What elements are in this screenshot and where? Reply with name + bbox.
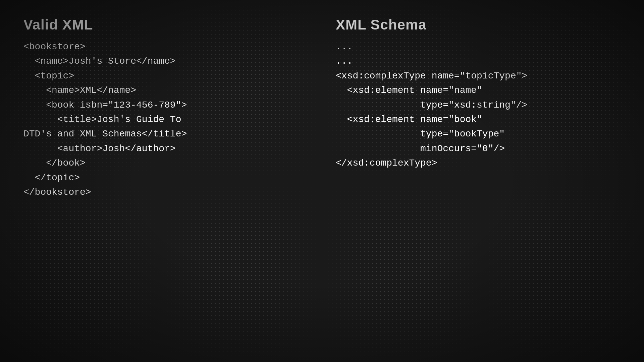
right-panel: XML Schema ... ... <xsd:complexType name… <box>326 10 631 352</box>
right-panel-code: ... ... <xsd:complexType name="topicType… <box>336 40 621 171</box>
left-panel: Valid XML <bookstore> <name>Josh's Store… <box>13 10 318 352</box>
left-panel-code: <bookstore> <name>Josh's Store</name> <t… <box>23 40 308 199</box>
right-panel-title: XML Schema <box>336 17 621 33</box>
left-panel-title: Valid XML <box>23 17 308 33</box>
panel-divider <box>322 10 322 352</box>
